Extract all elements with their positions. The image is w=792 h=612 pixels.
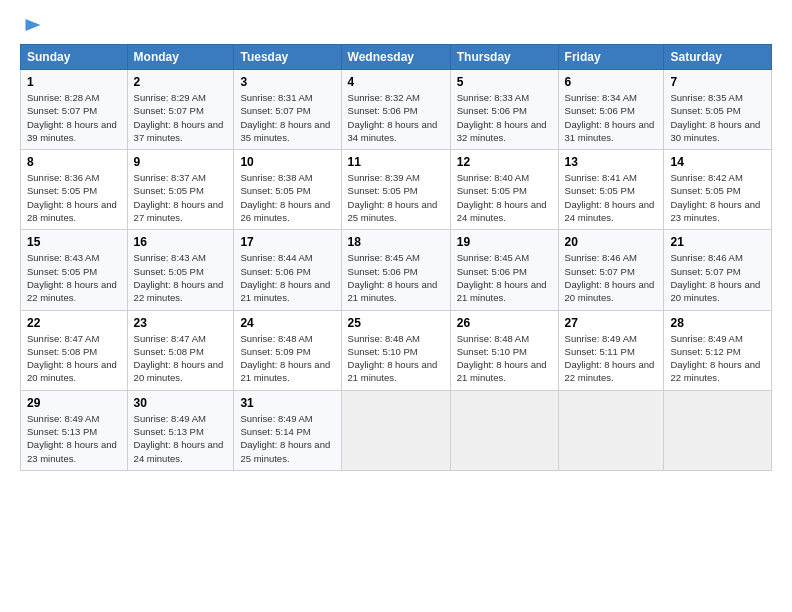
- day-info: Sunrise: 8:35 AMSunset: 5:05 PMDaylight:…: [670, 91, 765, 144]
- calendar-week-row: 22Sunrise: 8:47 AMSunset: 5:08 PMDayligh…: [21, 310, 772, 390]
- day-info: Sunrise: 8:28 AMSunset: 5:07 PMDaylight:…: [27, 91, 121, 144]
- day-info: Sunrise: 8:47 AMSunset: 5:08 PMDaylight:…: [134, 332, 228, 385]
- day-info: Sunrise: 8:29 AMSunset: 5:07 PMDaylight:…: [134, 91, 228, 144]
- calendar-cell: 15Sunrise: 8:43 AMSunset: 5:05 PMDayligh…: [21, 230, 128, 310]
- calendar-header-saturday: Saturday: [664, 45, 772, 70]
- day-info: Sunrise: 8:45 AMSunset: 5:06 PMDaylight:…: [348, 251, 444, 304]
- day-number: 22: [27, 316, 121, 330]
- day-number: 13: [565, 155, 658, 169]
- day-info: Sunrise: 8:49 AMSunset: 5:13 PMDaylight:…: [27, 412, 121, 465]
- calendar-cell: 10Sunrise: 8:38 AMSunset: 5:05 PMDayligh…: [234, 150, 341, 230]
- calendar-cell: 24Sunrise: 8:48 AMSunset: 5:09 PMDayligh…: [234, 310, 341, 390]
- day-info: Sunrise: 8:34 AMSunset: 5:06 PMDaylight:…: [565, 91, 658, 144]
- calendar-cell: 12Sunrise: 8:40 AMSunset: 5:05 PMDayligh…: [450, 150, 558, 230]
- day-info: Sunrise: 8:49 AMSunset: 5:11 PMDaylight:…: [565, 332, 658, 385]
- calendar-cell: [450, 390, 558, 470]
- calendar-cell: 3Sunrise: 8:31 AMSunset: 5:07 PMDaylight…: [234, 70, 341, 150]
- calendar-cell: 18Sunrise: 8:45 AMSunset: 5:06 PMDayligh…: [341, 230, 450, 310]
- calendar-cell: [664, 390, 772, 470]
- day-number: 15: [27, 235, 121, 249]
- calendar-cell: 13Sunrise: 8:41 AMSunset: 5:05 PMDayligh…: [558, 150, 664, 230]
- calendar-header-thursday: Thursday: [450, 45, 558, 70]
- day-info: Sunrise: 8:36 AMSunset: 5:05 PMDaylight:…: [27, 171, 121, 224]
- logo-flag-icon: [24, 16, 42, 34]
- calendar-header-friday: Friday: [558, 45, 664, 70]
- calendar-cell: 28Sunrise: 8:49 AMSunset: 5:12 PMDayligh…: [664, 310, 772, 390]
- calendar-week-row: 15Sunrise: 8:43 AMSunset: 5:05 PMDayligh…: [21, 230, 772, 310]
- calendar-cell: 17Sunrise: 8:44 AMSunset: 5:06 PMDayligh…: [234, 230, 341, 310]
- day-number: 14: [670, 155, 765, 169]
- header: [20, 16, 772, 34]
- day-number: 24: [240, 316, 334, 330]
- day-info: Sunrise: 8:42 AMSunset: 5:05 PMDaylight:…: [670, 171, 765, 224]
- calendar-cell: 7Sunrise: 8:35 AMSunset: 5:05 PMDaylight…: [664, 70, 772, 150]
- day-number: 7: [670, 75, 765, 89]
- calendar-cell: 16Sunrise: 8:43 AMSunset: 5:05 PMDayligh…: [127, 230, 234, 310]
- calendar-cell: 23Sunrise: 8:47 AMSunset: 5:08 PMDayligh…: [127, 310, 234, 390]
- day-number: 6: [565, 75, 658, 89]
- day-info: Sunrise: 8:49 AMSunset: 5:14 PMDaylight:…: [240, 412, 334, 465]
- day-info: Sunrise: 8:43 AMSunset: 5:05 PMDaylight:…: [134, 251, 228, 304]
- day-info: Sunrise: 8:46 AMSunset: 5:07 PMDaylight:…: [670, 251, 765, 304]
- calendar-cell: 11Sunrise: 8:39 AMSunset: 5:05 PMDayligh…: [341, 150, 450, 230]
- calendar-cell: 1Sunrise: 8:28 AMSunset: 5:07 PMDaylight…: [21, 70, 128, 150]
- day-info: Sunrise: 8:40 AMSunset: 5:05 PMDaylight:…: [457, 171, 552, 224]
- day-number: 21: [670, 235, 765, 249]
- calendar-cell: 2Sunrise: 8:29 AMSunset: 5:07 PMDaylight…: [127, 70, 234, 150]
- calendar-table: SundayMondayTuesdayWednesdayThursdayFrid…: [20, 44, 772, 471]
- day-info: Sunrise: 8:48 AMSunset: 5:10 PMDaylight:…: [457, 332, 552, 385]
- day-info: Sunrise: 8:38 AMSunset: 5:05 PMDaylight:…: [240, 171, 334, 224]
- day-info: Sunrise: 8:32 AMSunset: 5:06 PMDaylight:…: [348, 91, 444, 144]
- calendar-cell: 29Sunrise: 8:49 AMSunset: 5:13 PMDayligh…: [21, 390, 128, 470]
- logo: [20, 16, 42, 34]
- calendar-cell: 22Sunrise: 8:47 AMSunset: 5:08 PMDayligh…: [21, 310, 128, 390]
- day-number: 4: [348, 75, 444, 89]
- day-number: 1: [27, 75, 121, 89]
- day-number: 30: [134, 396, 228, 410]
- calendar-cell: 27Sunrise: 8:49 AMSunset: 5:11 PMDayligh…: [558, 310, 664, 390]
- day-number: 18: [348, 235, 444, 249]
- day-number: 16: [134, 235, 228, 249]
- calendar-header-tuesday: Tuesday: [234, 45, 341, 70]
- day-info: Sunrise: 8:49 AMSunset: 5:13 PMDaylight:…: [134, 412, 228, 465]
- calendar-week-row: 8Sunrise: 8:36 AMSunset: 5:05 PMDaylight…: [21, 150, 772, 230]
- calendar-header-wednesday: Wednesday: [341, 45, 450, 70]
- day-info: Sunrise: 8:47 AMSunset: 5:08 PMDaylight:…: [27, 332, 121, 385]
- day-number: 3: [240, 75, 334, 89]
- day-info: Sunrise: 8:45 AMSunset: 5:06 PMDaylight:…: [457, 251, 552, 304]
- calendar-cell: 9Sunrise: 8:37 AMSunset: 5:05 PMDaylight…: [127, 150, 234, 230]
- day-number: 25: [348, 316, 444, 330]
- page: SundayMondayTuesdayWednesdayThursdayFrid…: [0, 0, 792, 612]
- calendar-header-row: SundayMondayTuesdayWednesdayThursdayFrid…: [21, 45, 772, 70]
- day-number: 5: [457, 75, 552, 89]
- calendar-week-row: 1Sunrise: 8:28 AMSunset: 5:07 PMDaylight…: [21, 70, 772, 150]
- day-info: Sunrise: 8:43 AMSunset: 5:05 PMDaylight:…: [27, 251, 121, 304]
- day-number: 31: [240, 396, 334, 410]
- calendar-cell: 31Sunrise: 8:49 AMSunset: 5:14 PMDayligh…: [234, 390, 341, 470]
- calendar-cell: [558, 390, 664, 470]
- day-number: 8: [27, 155, 121, 169]
- day-number: 27: [565, 316, 658, 330]
- calendar-cell: 20Sunrise: 8:46 AMSunset: 5:07 PMDayligh…: [558, 230, 664, 310]
- day-info: Sunrise: 8:48 AMSunset: 5:10 PMDaylight:…: [348, 332, 444, 385]
- day-number: 29: [27, 396, 121, 410]
- calendar-cell: 21Sunrise: 8:46 AMSunset: 5:07 PMDayligh…: [664, 230, 772, 310]
- day-number: 28: [670, 316, 765, 330]
- calendar-cell: 4Sunrise: 8:32 AMSunset: 5:06 PMDaylight…: [341, 70, 450, 150]
- day-info: Sunrise: 8:46 AMSunset: 5:07 PMDaylight:…: [565, 251, 658, 304]
- calendar-cell: 8Sunrise: 8:36 AMSunset: 5:05 PMDaylight…: [21, 150, 128, 230]
- calendar-cell: 26Sunrise: 8:48 AMSunset: 5:10 PMDayligh…: [450, 310, 558, 390]
- day-number: 10: [240, 155, 334, 169]
- calendar-cell: 5Sunrise: 8:33 AMSunset: 5:06 PMDaylight…: [450, 70, 558, 150]
- calendar-cell: 14Sunrise: 8:42 AMSunset: 5:05 PMDayligh…: [664, 150, 772, 230]
- calendar-cell: 19Sunrise: 8:45 AMSunset: 5:06 PMDayligh…: [450, 230, 558, 310]
- day-number: 19: [457, 235, 552, 249]
- day-info: Sunrise: 8:41 AMSunset: 5:05 PMDaylight:…: [565, 171, 658, 224]
- calendar-cell: 30Sunrise: 8:49 AMSunset: 5:13 PMDayligh…: [127, 390, 234, 470]
- calendar-header-sunday: Sunday: [21, 45, 128, 70]
- day-number: 17: [240, 235, 334, 249]
- day-number: 26: [457, 316, 552, 330]
- day-info: Sunrise: 8:39 AMSunset: 5:05 PMDaylight:…: [348, 171, 444, 224]
- calendar-week-row: 29Sunrise: 8:49 AMSunset: 5:13 PMDayligh…: [21, 390, 772, 470]
- day-number: 2: [134, 75, 228, 89]
